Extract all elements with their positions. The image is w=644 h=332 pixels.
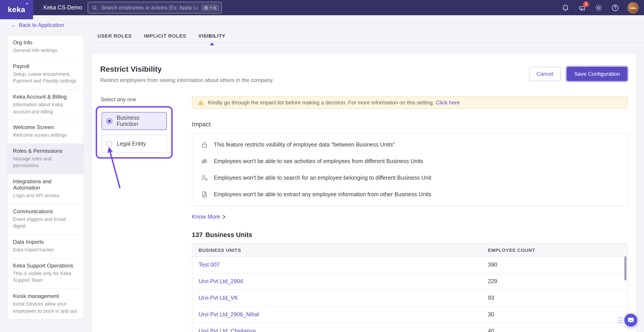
sidebar-item-payroll[interactable]: Payroll Setup, Leave encashment, Payment… xyxy=(8,59,84,90)
know-more-link[interactable]: Know More xyxy=(192,214,226,220)
user-avatar[interactable]: keka xyxy=(628,2,639,13)
sidebar-item-data-imports[interactable]: Data Imports Data import tracker xyxy=(8,235,84,258)
panel-header: Restrict Visibility Restrict employees f… xyxy=(92,53,636,83)
warning-icon xyxy=(198,99,204,106)
table-row: Urvi Pvt Ltd_Chaitanya 40 xyxy=(192,323,628,332)
announcements-badge: 2 xyxy=(583,1,589,7)
table-scrollbar[interactable] xyxy=(624,256,626,280)
business-unit-link[interactable]: Urvi Pvt Ltd_Chaitanya xyxy=(198,328,256,332)
impact-item: This feature restricts visibility of emp… xyxy=(201,141,619,148)
table-row: Urvi Pvt Ltd_2906_Nihal 30 xyxy=(192,306,628,323)
select-any-one-label: Select any one xyxy=(100,96,179,103)
sparkle-icon xyxy=(25,2,29,6)
warning-text: Kindly go through the impact list before… xyxy=(208,99,460,106)
business-units-label: Business Units xyxy=(205,231,252,238)
question-icon xyxy=(611,4,619,12)
business-unit-link[interactable]: Urvi Pvt Ltd_2906_Nihal xyxy=(198,311,259,318)
save-configuration-button[interactable]: Save Configuration xyxy=(567,67,628,81)
app-root: keka Keka CS-Demo ⌘ + K 2 xyxy=(0,0,644,332)
table-row: Urvi Pvt Ltd_VK 93 xyxy=(192,290,628,306)
tab-implicit-roles[interactable]: IMPLICIT ROLES xyxy=(144,33,186,39)
business-units-table: BUSINESS UNITS EMPLOYEE COUNT Test 007 3… xyxy=(192,243,628,332)
business-unit-link[interactable]: Urvi Pvt Ltd_VK xyxy=(198,295,238,301)
chevron-right-icon xyxy=(222,215,226,219)
page-subtitle: Restrict employees from seeing informati… xyxy=(100,77,274,83)
column-business-units: BUSINESS UNITS xyxy=(192,244,482,256)
settings-button[interactable] xyxy=(594,4,602,12)
employee-count-value: 93 xyxy=(482,290,628,306)
chat-bubble-icon xyxy=(628,317,634,323)
eye-off-icon xyxy=(201,158,208,165)
panel-body: Select any one Business Function Legal E… xyxy=(92,83,636,332)
global-search[interactable]: ⌘ + K xyxy=(88,2,222,14)
employee-count-value: 30 xyxy=(482,306,628,323)
restrict-visibility-panel: Restrict Visibility Restrict employees f… xyxy=(91,53,637,332)
option-business-function-label: Business Function xyxy=(117,115,162,127)
sidebar-item-roles-permissions[interactable]: Roles & Permissions Manage roles and per… xyxy=(8,144,84,175)
settings-sidebar: Org Info General info settings Payroll S… xyxy=(7,35,84,320)
user-search-icon xyxy=(201,174,208,182)
option-business-function[interactable]: Business Function xyxy=(102,112,167,130)
panel-title-block: Restrict Visibility Restrict employees f… xyxy=(100,65,274,83)
tab-bar: USER ROLES IMPLICIT ROLES VISIBILITY xyxy=(91,15,644,43)
help-button[interactable] xyxy=(611,4,619,12)
sidebar-item-communications[interactable]: Communications Event triggers and Email … xyxy=(8,204,84,235)
chat-widget-button[interactable] xyxy=(624,314,637,327)
sidebar-item-keka-support-operations[interactable]: Keka Support Operations This is visible … xyxy=(8,258,84,289)
user-search-icon-row: Employees won't be able to search for an… xyxy=(201,174,619,182)
business-units-count: 137 xyxy=(192,231,202,238)
visibility-options-column: Select any one Business Function Legal E… xyxy=(100,96,179,158)
table-row: Test 007 390 xyxy=(192,256,628,273)
topbar-actions: 2 keka xyxy=(561,0,639,15)
tab-user-roles[interactable]: USER ROLES xyxy=(98,33,132,39)
lock-icon xyxy=(201,141,208,148)
search-input[interactable] xyxy=(100,5,198,11)
arrow-left-icon: ← xyxy=(11,22,16,28)
keka-logo[interactable]: keka xyxy=(0,0,33,19)
column-employee-count: EMPLOYEE COUNT xyxy=(482,244,628,256)
sidebar-item-kiosk-management[interactable]: Kiosk management Kiosk Devices allow you… xyxy=(8,289,84,319)
company-name[interactable]: Keka CS-Demo xyxy=(44,0,82,15)
announcements-button[interactable]: 2 xyxy=(578,4,586,12)
impact-item: Employees won't be able to extract any e… xyxy=(201,191,619,198)
employee-count-value: 229 xyxy=(482,273,628,290)
sidebar-item-keka-account-billing[interactable]: Keka Account & Billing Information about… xyxy=(8,90,84,120)
back-link-label: Back to Application xyxy=(19,22,64,28)
keka-logo-text: keka xyxy=(8,5,25,14)
table-row: Urvi Pvt Ltd_2904 229 xyxy=(192,273,628,290)
main-content: USER ROLES IMPLICIT ROLES VISIBILITY Res… xyxy=(91,15,644,332)
radio-business-function[interactable] xyxy=(106,118,112,124)
gear-icon xyxy=(594,4,602,12)
visibility-content-column: Kindly go through the impact list before… xyxy=(192,96,628,332)
notifications-button[interactable] xyxy=(561,4,569,12)
shortcut-badge: ⌘ + K xyxy=(201,4,219,11)
annotation-arrow xyxy=(104,145,124,190)
bell-icon xyxy=(562,4,569,12)
impact-list: This feature restricts visibility of emp… xyxy=(192,133,628,206)
header-actions: Cancel Save Configuration xyxy=(529,67,628,81)
left-column: ← Back to Application Org Info General i… xyxy=(0,15,91,332)
topbar: keka Keka CS-Demo ⌘ + K 2 xyxy=(0,0,644,15)
drag-dots-icon[interactable] xyxy=(618,317,622,324)
tab-visibility[interactable]: VISIBILITY xyxy=(198,33,226,39)
page-title: Restrict Visibility xyxy=(100,65,274,74)
table-header-row: BUSINESS UNITS EMPLOYEE COUNT xyxy=(192,244,628,256)
warning-banner: Kindly go through the impact list before… xyxy=(192,96,628,109)
business-unit-link[interactable]: Urvi Pvt Ltd_2904 xyxy=(198,278,243,284)
click-here-link[interactable]: Click here xyxy=(436,99,460,106)
impact-heading: Impact xyxy=(192,120,628,128)
business-units-heading: 137 Business Units xyxy=(192,231,628,238)
employee-count-value: 390 xyxy=(482,256,628,273)
sidebar-item-welcome-screen[interactable]: Welcome Screen Welcome screen settings xyxy=(8,120,84,144)
business-unit-link[interactable]: Test 007 xyxy=(198,262,220,268)
cancel-button[interactable]: Cancel xyxy=(529,67,561,81)
search-icon xyxy=(92,5,98,11)
sidebar-item-integrations-automation[interactable]: Integrations and Automation Login and AP… xyxy=(8,174,84,204)
impact-item: Employees won't be able to see activitie… xyxy=(201,158,619,165)
sidebar-item-org-info[interactable]: Org Info General info settings xyxy=(8,35,84,59)
back-to-application-link[interactable]: ← Back to Application xyxy=(11,22,64,28)
document-extract-icon xyxy=(201,191,208,198)
employee-count-value: 40 xyxy=(482,323,628,332)
